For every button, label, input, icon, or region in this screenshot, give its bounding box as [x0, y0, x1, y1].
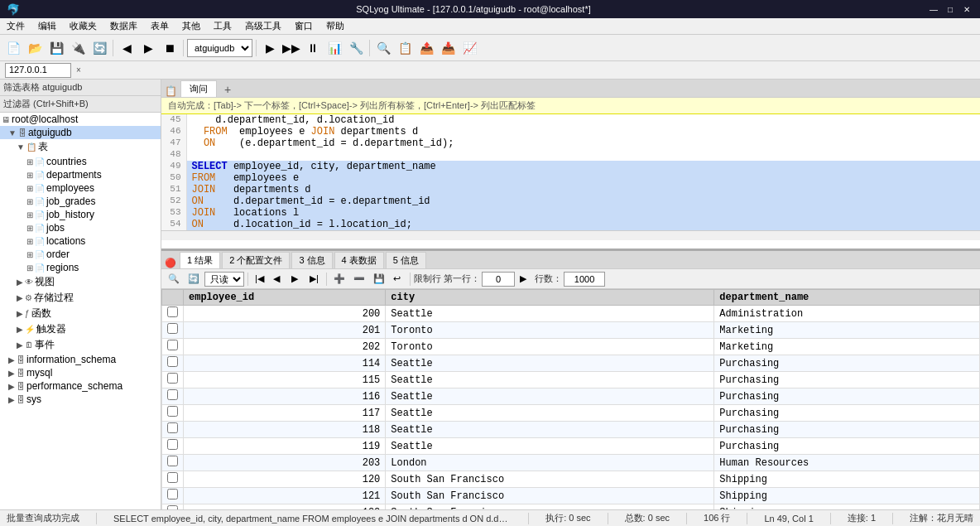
restore-button[interactable]: □	[944, 2, 957, 16]
row-checkbox[interactable]	[167, 306, 178, 317]
result-grid[interactable]: employee_id city department_name 200Seat…	[161, 289, 980, 509]
row-checkbox[interactable]	[167, 406, 178, 417]
table-row[interactable]: 202TorontoMarketing	[162, 339, 980, 355]
tb-run-all-btn[interactable]: ▶▶	[281, 38, 301, 58]
tb-export-btn[interactable]: 📤	[416, 38, 436, 58]
sidebar-item-functions[interactable]: ▶ ƒ 函数	[0, 306, 161, 321]
table-row[interactable]: 116SeattlePurchasing	[162, 388, 980, 405]
rt-last-btn[interactable]: ▶|	[306, 271, 323, 287]
sidebar-item-sys[interactable]: ▶ 🗄 sys	[0, 393, 161, 406]
sidebar-item-employees[interactable]: ⊞ 📄 employees	[0, 181, 161, 195]
sidebar-item-atguigudb[interactable]: ▼ 🗄 atguigudb	[0, 126, 161, 139]
tb-back-btn[interactable]: ◀	[117, 38, 137, 58]
tb-format-btn[interactable]: 🔧	[346, 38, 366, 58]
menu-help[interactable]: 帮助	[323, 20, 348, 32]
table-row[interactable]: 203LondonHuman Resources	[162, 455, 980, 471]
sidebar-item-tables[interactable]: ▼ 📋 表	[0, 139, 161, 155]
sidebar-item-events[interactable]: ▶ 🗓 事件	[0, 337, 161, 353]
query-tab-1[interactable]: 询问	[180, 80, 217, 97]
rt-add-row-btn[interactable]: ➕	[330, 271, 348, 287]
result-mode-select[interactable]: 只读	[204, 272, 244, 287]
sidebar-item-countries[interactable]: ⊞ 📄 countries	[0, 155, 161, 168]
table-row[interactable]: 115SeattlePurchasing	[162, 372, 980, 388]
rt-refresh-btn[interactable]: 🔄	[185, 271, 203, 287]
tb-run-btn[interactable]: ▶	[260, 38, 280, 58]
database-selector[interactable]: atguigudb	[187, 39, 252, 57]
table-row[interactable]: 201TorontoMarketing	[162, 322, 980, 339]
menu-favorites[interactable]: 收藏夹	[66, 20, 100, 32]
sql-scrollbar[interactable]	[161, 230, 980, 240]
table-row[interactable]: 118SeattlePurchasing	[162, 422, 980, 438]
tb-connect-btn[interactable]: 🔌	[68, 38, 88, 58]
rt-prev-btn[interactable]: ◀	[270, 271, 286, 287]
row-checkbox[interactable]	[167, 505, 178, 509]
sidebar-item-order[interactable]: ⊞ 📄 order	[0, 248, 161, 261]
tb-save-btn[interactable]: 💾	[46, 38, 66, 58]
row-checkbox[interactable]	[167, 340, 178, 350]
rt-filter-btn[interactable]: 🔍	[165, 271, 183, 287]
sidebar-item-mysql[interactable]: ▶ 🗄 mysql	[0, 366, 161, 379]
rt-go-btn[interactable]: ▶	[516, 271, 533, 287]
table-row[interactable]: 119SeattlePurchasing	[162, 438, 980, 455]
menu-database[interactable]: 数据库	[107, 20, 141, 32]
sidebar-item-stored-procs[interactable]: ▶ ⚙ 存储过程	[0, 290, 161, 306]
sidebar-item-departments[interactable]: ⊞ 📄 departments	[0, 168, 161, 181]
sidebar-item-regions[interactable]: ⊞ 📄 regions	[0, 261, 161, 274]
rows-input[interactable]	[564, 272, 605, 287]
sidebar-item-job-grades[interactable]: ⊞ 📄 job_grades	[0, 195, 161, 208]
menu-tools[interactable]: 工具	[210, 20, 235, 32]
table-row[interactable]: 121South San FranciscoShipping	[162, 488, 980, 504]
col-city[interactable]: city	[386, 290, 714, 306]
rt-discard-btn[interactable]: ↩	[390, 271, 406, 287]
row-checkbox[interactable]	[167, 422, 178, 433]
result-tab-1[interactable]: 1 结果	[180, 252, 220, 268]
row-checkbox[interactable]	[167, 439, 178, 450]
result-tab-5[interactable]: 5 信息	[386, 252, 426, 268]
new-query-tab-btn[interactable]: +	[220, 82, 235, 97]
col-department-name[interactable]: department_name	[714, 290, 980, 306]
tb-stop-query-btn[interactable]: ⏸	[303, 38, 323, 58]
menu-advanced[interactable]: 高级工具	[242, 20, 285, 32]
sidebar-item-perf-schema[interactable]: ▶ 🗄 performance_schema	[0, 379, 161, 393]
sidebar-item-info-schema[interactable]: ▶ 🗄 information_schema	[0, 353, 161, 366]
tb-new-btn[interactable]: 📄	[3, 38, 23, 58]
tb-import-btn[interactable]: 📥	[438, 38, 458, 58]
rt-first-btn[interactable]: |◀	[252, 271, 268, 287]
rt-save-btn[interactable]: 💾	[370, 271, 388, 287]
tb-schema-btn[interactable]: 📋	[395, 38, 415, 58]
row-checkbox[interactable]	[167, 456, 178, 466]
tb-chart-btn[interactable]: 📈	[459, 38, 479, 58]
col-employee-id[interactable]: employee_id	[184, 290, 386, 306]
tb-open-btn[interactable]: 📂	[25, 38, 45, 58]
table-row[interactable]: 120South San FranciscoShipping	[162, 471, 980, 488]
row-checkbox[interactable]	[167, 472, 178, 483]
table-row[interactable]: 114SeattlePurchasing	[162, 355, 980, 372]
row-checkbox[interactable]	[167, 389, 178, 400]
result-tab-3[interactable]: 3 信息	[291, 252, 332, 268]
address-input[interactable]: 127.0.0.1	[5, 63, 71, 78]
minimize-button[interactable]: —	[927, 2, 940, 16]
close-button[interactable]: ✕	[960, 2, 973, 16]
menu-table[interactable]: 表单	[147, 20, 172, 32]
rt-next-btn[interactable]: ▶	[288, 271, 305, 287]
sidebar-item-locations[interactable]: ⊞ 📄 locations	[0, 234, 161, 248]
row-checkbox[interactable]	[167, 489, 178, 499]
menu-other[interactable]: 其他	[179, 20, 204, 32]
menu-file[interactable]: 文件	[3, 20, 28, 32]
sidebar-item-triggers[interactable]: ▶ ⚡ 触发器	[0, 321, 161, 337]
limit-start-input[interactable]	[482, 272, 515, 287]
sidebar-filter-shortcut[interactable]: 过滤器 (Ctrl+Shift+B)	[0, 96, 161, 113]
tb-search-btn[interactable]: 🔍	[373, 38, 393, 58]
table-row[interactable]: 122South San FranciscoShipping	[162, 504, 980, 510]
tb-explain-btn[interactable]: 📊	[324, 38, 344, 58]
tb-refresh-btn[interactable]: 🔄	[89, 38, 109, 58]
menu-window[interactable]: 窗口	[291, 20, 316, 32]
table-row[interactable]: 117SeattlePurchasing	[162, 405, 980, 422]
sidebar-item-views[interactable]: ▶ 👁 视图	[0, 274, 161, 290]
rt-del-row-btn[interactable]: ➖	[350, 271, 368, 287]
sql-editor[interactable]: 45 d.department_id, d.location_id 46 FRO…	[161, 114, 980, 251]
sidebar-item-job-history[interactable]: ⊞ 📄 job_history	[0, 208, 161, 221]
sidebar-item-root[interactable]: 🖥 root@localhost	[0, 113, 161, 126]
tab-close-btn[interactable]: ×	[76, 65, 81, 75]
result-tab-2[interactable]: 2 个配置文件	[222, 252, 290, 268]
